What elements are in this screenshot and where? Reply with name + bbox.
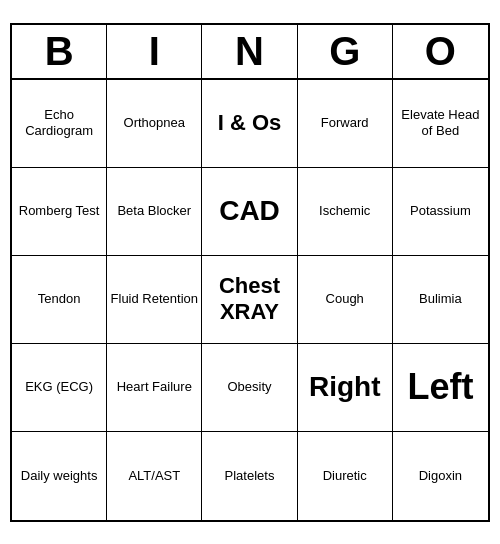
bingo-cell: CAD — [202, 168, 297, 256]
bingo-cell: Orthopnea — [107, 80, 202, 168]
bingo-cell: Fluid Retention — [107, 256, 202, 344]
bingo-cell: Daily weights — [12, 432, 107, 520]
bingo-header: BINGO — [12, 25, 488, 80]
bingo-cell: EKG (ECG) — [12, 344, 107, 432]
bingo-cell: I & Os — [202, 80, 297, 168]
bingo-cell: Tendon — [12, 256, 107, 344]
header-letter: B — [12, 25, 107, 78]
bingo-cell: Potassium — [393, 168, 488, 256]
bingo-cell: Digoxin — [393, 432, 488, 520]
bingo-cell: Bulimia — [393, 256, 488, 344]
bingo-cell: Left — [393, 344, 488, 432]
bingo-cell: ALT/AST — [107, 432, 202, 520]
bingo-cell: Right — [298, 344, 393, 432]
bingo-cell: Cough — [298, 256, 393, 344]
bingo-cell: Forward — [298, 80, 393, 168]
bingo-cell: Heart Failure — [107, 344, 202, 432]
bingo-cell: Ischemic — [298, 168, 393, 256]
bingo-cell: Diuretic — [298, 432, 393, 520]
bingo-cell: Obesity — [202, 344, 297, 432]
header-letter: G — [298, 25, 393, 78]
bingo-cell: Beta Blocker — [107, 168, 202, 256]
header-letter: I — [107, 25, 202, 78]
header-letter: N — [202, 25, 297, 78]
bingo-cell: Platelets — [202, 432, 297, 520]
bingo-cell: Romberg Test — [12, 168, 107, 256]
bingo-cell: Elevate Head of Bed — [393, 80, 488, 168]
bingo-cell: Echo Cardiogram — [12, 80, 107, 168]
bingo-cell: Chest XRAY — [202, 256, 297, 344]
bingo-grid: Echo CardiogramOrthopneaI & OsForwardEle… — [12, 80, 488, 520]
header-letter: O — [393, 25, 488, 78]
bingo-card: BINGO Echo CardiogramOrthopneaI & OsForw… — [10, 23, 490, 522]
